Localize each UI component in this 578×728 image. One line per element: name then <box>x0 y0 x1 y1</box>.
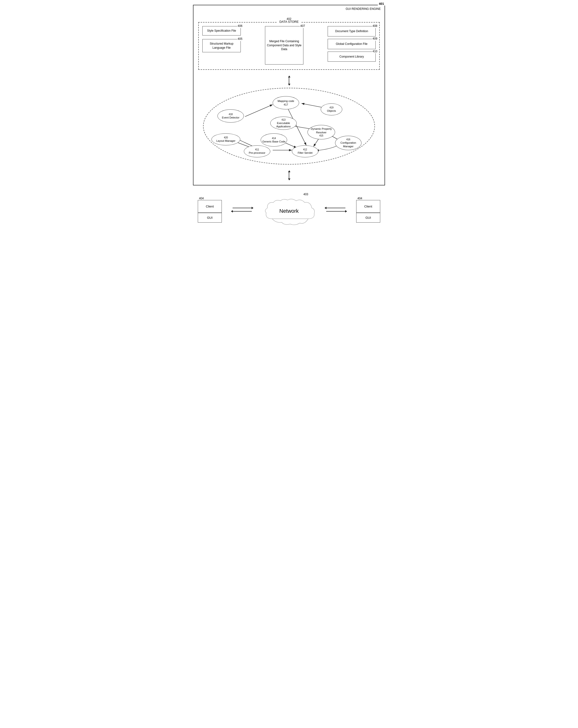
executable-apps-node: 413 Executable Applications <box>270 116 297 130</box>
preprocessor-text: Pre-processor <box>249 151 265 154</box>
generic-base-code-num: 414 <box>272 137 276 140</box>
generic-base-code-text: Generic Base Code <box>262 140 285 143</box>
preprocessor-num: 411 <box>255 148 259 151</box>
client-left-wrap: 404 Client GUI <box>198 197 222 223</box>
preprocessor-node: 411 Pre-processor <box>244 145 270 157</box>
filter-servlet-num: 412 <box>303 148 307 151</box>
filter-servlet-text: Filter Servlet <box>298 151 312 154</box>
sml-file-num: 405 <box>237 37 243 41</box>
filter-servlet-node: 412 Filter Servlet <box>292 145 318 157</box>
merged-file-box: 407 Merged File Containing Component Dat… <box>265 26 303 64</box>
doc-type-box: 408 Document Type Definition <box>328 26 376 36</box>
style-spec-text: Style Specification File <box>207 29 236 32</box>
data-store-label: DATA STORE <box>277 20 301 24</box>
network-row: 404 Client GUI 403 Networ <box>198 192 380 227</box>
generic-base-code-node: 414 Generic Base Code <box>261 133 287 147</box>
event-detector-node: 418 Event Detector <box>218 109 244 123</box>
component-lib-text: Component Library <box>340 55 364 58</box>
mapping-code-text: Mapping code <box>277 99 294 103</box>
layout-manager-num: 420 <box>224 136 228 139</box>
mapping-code-node: Mapping code 417 <box>273 96 299 109</box>
network-section: 404 Client GUI 403 Networ <box>193 192 385 227</box>
executable-apps-text: Executable Applications <box>272 121 295 128</box>
arrow-left-to-cloud <box>233 208 252 208</box>
global-config-text: Global Configuration File <box>336 42 368 46</box>
objects-node: 419 Objects <box>321 103 342 115</box>
config-manager-num: 416 <box>346 138 350 141</box>
arrow-right-to-cloud <box>326 211 345 212</box>
style-spec-num: 406 <box>237 24 243 28</box>
data-store-box: DATA STORE 406 Style Specification File … <box>198 22 380 70</box>
client-right-box: Client GUI <box>356 200 380 223</box>
layout-manager-text: Layout Manager <box>216 139 235 142</box>
event-detector-text: Event Detector <box>222 116 240 119</box>
right-arrows <box>326 208 345 212</box>
dynamic-property-text: Dynamic Property Resolver <box>309 127 333 134</box>
event-detector-num: 418 <box>229 113 233 116</box>
doc-type-text: Document Type Definition <box>335 29 368 33</box>
data-store-section: 402 DATA STORE 406 Style Specification F… <box>198 17 380 70</box>
merged-file-text: Merged File Containing Component Data an… <box>265 40 303 51</box>
label-401: 401 <box>378 2 385 5</box>
sml-file-box: 405 Structured Markup Language File <box>202 39 241 53</box>
dynamic-property-node: Dynamic Property Resolver 415 <box>307 125 335 139</box>
gui-left-label: GUI <box>198 213 222 223</box>
executable-apps-num: 413 <box>281 118 286 121</box>
dynamic-property-num: 415 <box>319 134 323 137</box>
objects-text: Objects <box>327 109 336 112</box>
page-container: 401 GUI RENDERING ENGINE 402 DATA STORE … <box>193 5 385 227</box>
main-box: 401 GUI RENDERING ENGINE 402 DATA STORE … <box>193 5 385 185</box>
cloud-container: Network <box>262 197 316 227</box>
data-store-inner: 406 Style Specification File 405 Structu… <box>202 26 376 64</box>
sml-file-text: Structured Markup Language File <box>210 42 233 49</box>
cloud-wrap: 403 Network <box>262 192 316 227</box>
arrow-cloud-to-left <box>233 211 252 212</box>
right-boxes: 408 Document Type Definition 409 Global … <box>328 26 376 62</box>
client-right-num: 404 <box>357 197 362 200</box>
engine-to-network-arrow <box>198 172 380 179</box>
left-boxes: 406 Style Specification File 405 Structu… <box>202 26 241 52</box>
config-manager-node: 416 Configuration Manager <box>335 136 361 150</box>
component-lib-box: 410 Component Library <box>328 52 376 62</box>
objects-num: 419 <box>330 106 334 109</box>
client-left-label: Client <box>198 200 222 213</box>
center-box-wrap: 407 Merged File Containing Component Dat… <box>243 26 325 64</box>
global-config-box: 409 Global Configuration File <box>328 39 376 49</box>
config-manager-text: Configuration Manager <box>337 141 360 148</box>
engine-area: Mapping code 417 418 Event Detector 419 … <box>198 85 380 167</box>
mapping-code-num: 417 <box>284 103 288 106</box>
gui-right-label: GUI <box>356 213 380 223</box>
client-left-box: Client GUI <box>198 200 222 223</box>
client-left-num: 404 <box>199 197 204 200</box>
global-config-num: 409 <box>372 37 378 41</box>
layout-manager-node: 420 Layout Manager <box>211 133 240 145</box>
network-label: Network <box>279 208 299 214</box>
gui-rendering-engine-label: GUI RENDERING ENGINE <box>346 7 381 10</box>
merged-file-num: 407 <box>300 24 306 28</box>
style-spec-box: 406 Style Specification File <box>202 26 241 35</box>
client-right-wrap: 404 Client GUI <box>356 197 380 223</box>
left-arrows <box>233 208 252 212</box>
client-right-label: Client <box>356 200 380 213</box>
arrow-cloud-to-right <box>326 208 345 208</box>
network-num: 403 <box>303 192 308 196</box>
doc-type-num: 408 <box>372 24 378 28</box>
component-lib-num: 410 <box>372 49 378 53</box>
data-store-to-engine-arrow <box>198 77 380 84</box>
